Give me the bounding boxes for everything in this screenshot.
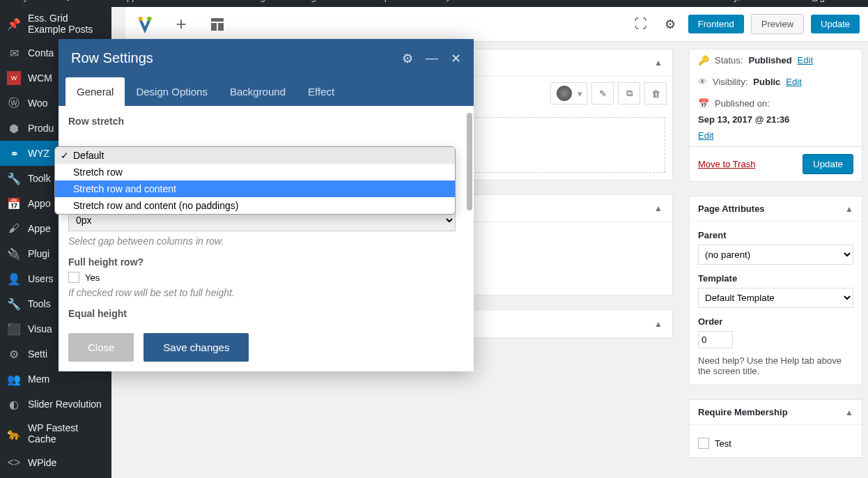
admin-errors[interactable]: Errors	[406, 0, 431, 2]
tab-general[interactable]: General	[65, 77, 125, 106]
save-changes-button[interactable]: Save changes	[144, 333, 249, 362]
svg-point-1	[139, 17, 143, 21]
clone-row-icon[interactable]: ⧉	[618, 82, 640, 105]
update-button[interactable]: Update	[803, 154, 853, 174]
membership-header[interactable]: Require Membership▲	[690, 400, 862, 425]
dropdown-option-stretch-content[interactable]: Stretch row and content	[55, 180, 455, 197]
collapse-icon[interactable]: ▲	[654, 319, 662, 329]
collapse-icon[interactable]: ▲	[845, 408, 853, 417]
tab-effect[interactable]: Effect	[297, 77, 346, 106]
wcm-icon: W	[7, 71, 21, 85]
page-attributes-header[interactable]: Page Attributes▲	[690, 196, 862, 222]
modal-gear-icon[interactable]: ⚙	[402, 51, 413, 66]
tab-design-options[interactable]: Design Options	[125, 77, 219, 106]
modal-header: Row Settings ⚙ — ✕	[59, 39, 474, 77]
template-select[interactable]: Default Template	[698, 288, 853, 308]
pin-icon: 📌	[7, 17, 21, 31]
plugin-icon: 🔌	[7, 247, 21, 261]
mail-icon: ✉	[7, 46, 21, 60]
wrench-icon: 🔧	[7, 297, 21, 311]
check-icon: ✓	[61, 150, 69, 161]
templates-icon[interactable]	[206, 13, 228, 36]
modal-footer: Close Save changes	[59, 323, 474, 371]
admin-wpfc[interactable]: ⚡ WPFC	[444, 0, 484, 2]
full-height-checkbox[interactable]	[68, 272, 79, 283]
admin-howdy[interactable]: Howdy, e.ibrahim.ammar@gmail.com	[711, 0, 861, 2]
move-to-trash-link[interactable]: Move to Trash	[698, 159, 755, 169]
update-top-button[interactable]: Update	[811, 15, 860, 33]
admin-appointments[interactable]: Appointments	[121, 0, 176, 2]
page-attributes-panel: Page Attributes▲ Parent (no parent) Temp…	[689, 196, 862, 385]
svg-rect-4	[211, 23, 217, 31]
key-icon: 🔑	[698, 55, 709, 65]
parent-select[interactable]: (no parent)	[698, 245, 853, 265]
svg-rect-3	[211, 18, 224, 22]
settings-icon: ⚙	[7, 347, 21, 361]
test-label: Test	[715, 438, 731, 449]
published-edit-link[interactable]: Edit	[698, 130, 713, 141]
modal-minimize-icon[interactable]: —	[426, 51, 438, 66]
delete-row-icon[interactable]: 🗑	[644, 82, 667, 105]
preview-button[interactable]: Preview	[751, 14, 804, 34]
code-icon: <>	[7, 456, 21, 470]
columns-gap-help: Select gap between columns in row.	[68, 236, 456, 247]
admin-memberships[interactable]: ⚙ Memberships	[329, 0, 394, 2]
wyz-icon: ⚭	[7, 146, 21, 160]
dropdown-option-stretch-no-padding[interactable]: Stretch row and content (no paddings)	[55, 197, 455, 214]
tab-background[interactable]: Background	[219, 77, 297, 106]
template-label: Template	[698, 273, 853, 284]
collapse-icon[interactable]: ▲	[845, 204, 853, 214]
order-label: Order	[698, 316, 853, 327]
modal-body: Row stretch Columns gap 0px Select gap b…	[59, 106, 474, 323]
woo-icon: ⓦ	[7, 96, 21, 110]
test-checkbox[interactable]	[698, 438, 709, 449]
sidebar-ess-grid[interactable]: 📌Ess. Grid Example Posts	[0, 7, 111, 40]
chevron-down-icon[interactable]: ▾	[578, 88, 582, 99]
slider-icon: ◐	[7, 397, 21, 411]
modal-title: Row Settings	[71, 50, 153, 66]
gear-icon[interactable]: ⚙	[659, 13, 681, 36]
sidebar-wpide[interactable]: <>WPide	[0, 450, 111, 475]
admin-site-name[interactable]: ⌂ Wyzi test	[7, 0, 52, 2]
vc-logo-icon[interactable]	[134, 13, 156, 36]
collapse-icon[interactable]: ▲	[654, 58, 662, 68]
add-element-icon[interactable]: +	[170, 13, 192, 36]
help-text: Need help? Use the Help tab above the sc…	[698, 355, 853, 376]
membership-panel: Require Membership▲ Test	[689, 399, 862, 458]
products-icon: ⬢	[7, 121, 21, 135]
admin-updates[interactable]: + 5	[95, 0, 108, 2]
visibility-edit-link[interactable]: Edit	[786, 77, 801, 87]
full-height-label: Full height row?	[68, 256, 456, 268]
sidebar-slider[interactable]: ◐Slider Revolution	[0, 392, 111, 417]
row-stretch-label: Row stretch	[68, 116, 456, 127]
admin-new[interactable]: + New	[189, 0, 215, 2]
calendar-icon: 📅	[698, 98, 709, 109]
dropdown-option-stretch-row[interactable]: Stretch row	[55, 164, 455, 180]
users-icon: 👤	[7, 272, 21, 286]
edit-row-icon[interactable]: ✎	[591, 82, 614, 105]
admin-caching[interactable]: Caching	[283, 0, 316, 2]
brush-icon: 🖌	[7, 222, 21, 236]
collapse-icon[interactable]: ▲	[654, 203, 662, 213]
cheetah-icon: 🐆	[7, 426, 21, 440]
full-height-help: If checked row will be set to full heigh…	[68, 287, 456, 298]
frontend-button[interactable]: Frontend	[688, 15, 744, 33]
sidebar-wpfc[interactable]: 🐆WP Fastest Cache	[0, 417, 111, 450]
modal-tabs: General Design Options Background Effect	[59, 77, 474, 106]
dropdown-option-default[interactable]: ✓Default	[55, 147, 455, 164]
fullscreen-icon[interactable]: ⛶	[630, 13, 652, 36]
row-stretch-dropdown[interactable]: ✓Default Stretch row Stretch row and con…	[54, 146, 456, 215]
admin-comments[interactable]: 💬 4	[64, 0, 83, 2]
modal-close-icon[interactable]: ✕	[451, 51, 461, 66]
modal-scrollbar[interactable]	[467, 113, 472, 210]
close-button[interactable]: Close	[68, 333, 134, 362]
svg-point-2	[147, 17, 151, 21]
admin-view-page[interactable]: View Page	[227, 0, 270, 2]
svg-rect-5	[218, 23, 224, 31]
order-input[interactable]	[698, 331, 733, 348]
meta-sidebar: 🔑Status: Published Edit 👁Visibility: Pub…	[683, 49, 868, 472]
status-edit-link[interactable]: Edit	[798, 55, 813, 65]
publish-panel: 🔑Status: Published Edit 👁Visibility: Pub…	[689, 49, 862, 182]
tools-icon: 🔧	[7, 171, 21, 185]
parent-label: Parent	[698, 230, 853, 240]
